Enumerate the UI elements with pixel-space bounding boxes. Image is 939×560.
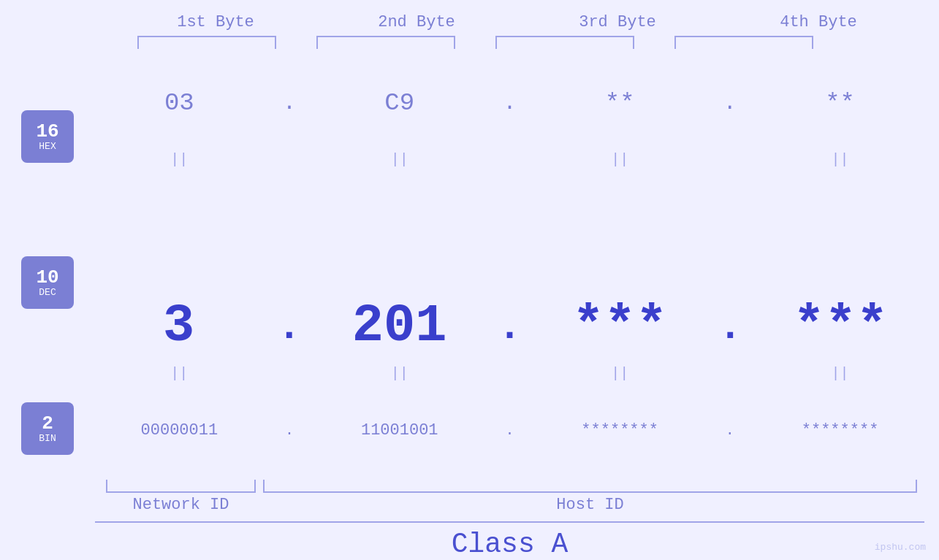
class-a-label: Class A bbox=[95, 529, 924, 560]
bin-val-1: 00000011 bbox=[141, 421, 218, 440]
bin-badge-num: 2 bbox=[42, 413, 53, 434]
hex-val-4: ** bbox=[825, 89, 855, 117]
dec-cell-2: 201 bbox=[330, 296, 469, 356]
byte-header-4: 4th Byte bbox=[738, 13, 899, 31]
dec-row: 3 . 201 . *** . *** bbox=[95, 169, 924, 364]
hex-val-3: ** bbox=[605, 89, 635, 117]
sep-1-2: || bbox=[330, 151, 469, 168]
sep-row-2: || || || || bbox=[95, 364, 924, 383]
hex-dot-1: . bbox=[278, 91, 300, 115]
bin-dot-2: . bbox=[498, 422, 520, 439]
sep-1-4: || bbox=[771, 151, 910, 168]
data-grid: 03 . C9 . ** . ** || || bbox=[95, 56, 939, 560]
byte-header-3: 3rd Byte bbox=[537, 13, 698, 31]
bottom-brackets bbox=[95, 480, 924, 493]
dec-badge-label: DEC bbox=[39, 288, 56, 298]
network-bracket bbox=[106, 480, 256, 493]
bin-val-3: ******** bbox=[581, 421, 658, 440]
badges-column: 16 HEX 10 DEC 2 BIN bbox=[0, 56, 95, 560]
dec-dot-2: . bbox=[498, 304, 522, 356]
bin-cell-4: ******** bbox=[771, 421, 910, 440]
class-line bbox=[95, 521, 924, 523]
bin-dot-1: . bbox=[278, 422, 300, 439]
bin-badge-label: BIN bbox=[39, 434, 56, 444]
sep-1-3: || bbox=[550, 151, 689, 168]
bin-dot-3: . bbox=[719, 422, 741, 439]
dec-cell-4: *** bbox=[771, 296, 910, 356]
sep-2-4: || bbox=[771, 365, 910, 382]
dec-dot-1: . bbox=[277, 304, 301, 356]
hex-badge-label: HEX bbox=[39, 142, 56, 152]
main-container: 1st Byte 2nd Byte 3rd Byte 4th Byte 16 H… bbox=[0, 0, 939, 560]
bin-cell-1: 00000011 bbox=[110, 421, 248, 440]
top-brackets bbox=[115, 36, 919, 49]
hex-val-1: 03 bbox=[164, 89, 194, 117]
hex-badge-num: 16 bbox=[36, 121, 58, 142]
sep-row-1: || || || || bbox=[95, 150, 924, 169]
hex-row: 03 . C9 . ** . ** bbox=[95, 56, 924, 150]
bin-cell-2: 11001001 bbox=[330, 421, 469, 440]
dec-cell-3: *** bbox=[550, 296, 689, 356]
sep-1-1: || bbox=[110, 151, 248, 168]
host-id-label: Host ID bbox=[263, 496, 917, 514]
dec-val-3: *** bbox=[573, 296, 668, 356]
hex-cell-2: C9 bbox=[330, 89, 469, 117]
bottom-labels: Network ID Host ID bbox=[95, 496, 924, 514]
hex-dot-2: . bbox=[498, 91, 520, 115]
dec-val-1: 3 bbox=[163, 296, 194, 356]
dec-cell-1: 3 bbox=[110, 296, 248, 356]
dec-badge-num: 10 bbox=[36, 267, 58, 288]
network-id-label: Network ID bbox=[106, 496, 256, 514]
bin-badge: 2 BIN bbox=[21, 402, 74, 455]
byte-header-2: 2nd Byte bbox=[336, 13, 497, 31]
hex-val-2: C9 bbox=[384, 89, 414, 117]
main-content: 16 HEX 10 DEC 2 BIN 03 . C9 bbox=[0, 56, 939, 560]
sep-2-3: || bbox=[550, 365, 689, 382]
class-section: Class A bbox=[95, 521, 924, 560]
sep-2-1: || bbox=[110, 365, 248, 382]
dec-val-4: *** bbox=[793, 296, 888, 356]
bin-cell-3: ******** bbox=[550, 421, 689, 440]
watermark: ipshu.com bbox=[875, 542, 926, 553]
byte-headers: 1st Byte 2nd Byte 3rd Byte 4th Byte bbox=[115, 13, 919, 31]
dec-val-2: 201 bbox=[352, 296, 447, 356]
hex-dot-3: . bbox=[719, 91, 741, 115]
bracket-1 bbox=[137, 36, 276, 49]
bracket-2 bbox=[316, 36, 455, 49]
bracket-4 bbox=[674, 36, 813, 49]
hex-cell-3: ** bbox=[550, 89, 689, 117]
bin-val-2: 11001001 bbox=[361, 421, 438, 440]
dec-badge: 10 DEC bbox=[21, 256, 74, 309]
host-bracket bbox=[263, 480, 917, 493]
bin-val-4: ******** bbox=[802, 421, 879, 440]
bottom-bracket-area: Network ID Host ID bbox=[95, 480, 924, 514]
hex-badge: 16 HEX bbox=[21, 110, 74, 163]
bin-row: 00000011 . 11001001 . ******** . *******… bbox=[95, 383, 924, 477]
hex-cell-4: ** bbox=[771, 89, 910, 117]
sep-2-2: || bbox=[330, 365, 469, 382]
hex-cell-1: 03 bbox=[110, 89, 248, 117]
byte-header-1: 1st Byte bbox=[135, 13, 296, 31]
dec-dot-3: . bbox=[718, 304, 742, 356]
bracket-3 bbox=[495, 36, 634, 49]
